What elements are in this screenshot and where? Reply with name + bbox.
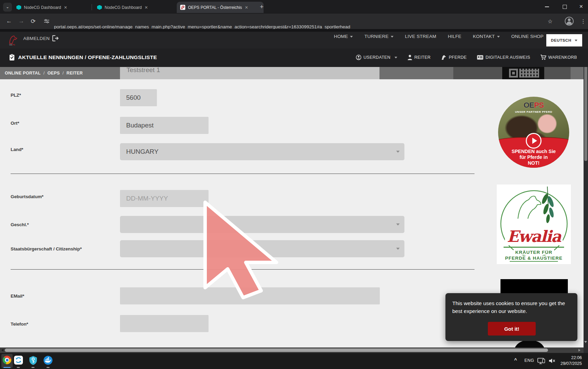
window-close-button[interactable]: ✕ [579,4,583,9]
play-button-icon[interactable] [526,133,542,149]
plz-input[interactable]: 5600 [120,89,157,106]
nav-label: USERDATEN [363,55,390,60]
badge-brand: OEPS [498,101,569,110]
header-top-strip [0,29,588,32]
staatsbuergerschaft-label: Staatsbürgerschaft / Citizenship* [11,246,82,251]
nav-turniere[interactable]: TURNIERE [364,34,393,39]
nav-digitaler-ausweis[interactable]: DIGITALER AUSWEIS [477,55,530,60]
nav-label: DIGITALER AUSWEIS [485,55,530,60]
nav-reiter[interactable]: REITER [407,55,431,60]
breadcrumb-reiter[interactable]: REITER [67,71,83,76]
breadcrumb-oeps[interactable]: OEPS [48,71,60,76]
nodecg-favicon-icon [16,5,21,10]
telefon-input[interactable] [120,315,209,332]
svg-text:OE: OE [9,44,12,46]
land-select[interactable]: HUNGARY [120,143,404,160]
tab-nodecg-1[interactable]: NodeCG Dashboard ✕ [13,2,94,13]
breadcrumb-separator: / [43,71,45,76]
nav-hilfe[interactable]: HILFE [448,34,461,39]
horse-icon [441,55,447,60]
nav-kontakt[interactable]: KONTAKT [473,34,499,39]
tray-clock[interactable]: 22:06 29/07/2025 [540,355,582,367]
telefon-label: Telefon* [11,322,28,327]
forward-icon[interactable]: → [18,18,24,25]
land-value: HUNGARY [126,148,159,155]
taskbar-chrome-button[interactable] [1,354,13,368]
taskbar-docker-app-button[interactable] [43,356,53,366]
nav-label: HOME [334,34,348,39]
badge-text: NOT! [498,160,569,166]
new-tab-button[interactable]: + [260,3,264,11]
tray-expand-chevron[interactable]: ^ [514,357,517,363]
email-input[interactable] [120,287,380,304]
nav-label: HILFE [448,34,461,39]
nav-live-stream[interactable]: LIVE STREAM [405,34,436,39]
tab-title: OEPS PORTAL - Österreichische [188,5,242,10]
window-minimize-button[interactable] [545,6,549,7]
nav-label: KONTAKT [473,34,495,39]
scroll-left-icon[interactable] [1,349,3,352]
nav-userdaten[interactable]: USERDATEN [356,55,397,60]
staatsbuergerschaft-select[interactable] [120,240,404,257]
tab-close-icon[interactable]: ✕ [145,5,148,10]
window-maximize-button[interactable] [563,5,567,9]
oeps-donation-banner[interactable]: OEPS UNSER PARTNER PFERD SPENDEN auch Si… [498,97,569,168]
scroll-right-icon[interactable] [578,349,580,352]
plz-label: PLZ* [11,93,21,98]
main-navigation: HOME TURNIERE LIVE STREAM HILFE KONTAKT … [334,34,544,39]
tab-oeps-active[interactable]: OEPS PORTAL - Österreichische ✕ [177,2,264,13]
profile-avatar[interactable] [565,17,574,26]
horizontal-scrollbar-thumb[interactable] [5,348,548,352]
tab-title: NodeCG Dashboard [105,5,142,10]
chevron-down-icon [497,36,500,38]
nav-online-shop[interactable]: ONLINE SHOP [511,34,544,39]
back-icon[interactable]: ← [6,18,12,25]
geburtsdatum-input[interactable]: DD-MM-YYYY [120,190,209,207]
tab-search-button[interactable]: ⌄ [3,3,12,12]
reload-icon[interactable]: ⟳ [31,18,36,25]
breadcrumb: ONLINE PORTAL / OEPS / REITER [5,71,83,76]
ewalia-ad-banner[interactable]: Ewalia KRÄUTER FÜR PFERDE & HAUSTIERE [497,184,571,264]
nav-pferde[interactable]: PFERDE [441,55,467,60]
taskbar-sync-app-button[interactable] [14,356,23,365]
geschlecht-select[interactable] [120,216,404,233]
user-circle-icon [356,55,361,60]
language-select-button[interactable]: DEUTSCH [546,34,582,46]
browser-menu-icon[interactable]: ⋮ [580,18,586,25]
taskbar: ^ ENG 22:06 29/07/2025 [0,353,588,369]
person-icon [407,55,412,60]
language-label: DEUTSCH [551,38,572,42]
tab-close-icon[interactable]: ✕ [245,5,248,10]
nav-warenkorb[interactable]: WARENKORB [540,55,577,60]
cookie-accept-button[interactable]: Got it! [488,322,536,336]
ewalia-divider [504,247,564,248]
section-divider [11,269,475,270]
current-entries-link[interactable]: AKTUELLE NENNUNGEN / OFFENE-ZAHLUNGSLIST… [9,54,157,61]
chevron-down-icon [396,248,400,250]
tray-date: 29/07/2025 [540,361,582,367]
taskbar-security-app-button[interactable] [29,356,38,367]
avatar-body [566,22,572,25]
clipboard-check-icon [9,54,15,61]
tray-time: 22:06 [540,355,582,361]
tab-close-icon[interactable]: ✕ [64,5,67,10]
chevron-down-icon [350,36,353,38]
qr-code-box [502,67,544,79]
logout-icon [52,35,59,41]
avatar-head [568,18,571,21]
tray-language[interactable]: ENG [524,358,534,363]
breadcrumb-online-portal[interactable]: ONLINE PORTAL [5,71,41,76]
breadcrumb-separator: / [63,71,64,76]
horizontal-scrollbar[interactable] [0,347,584,353]
nav-label: PFERDE [449,55,467,60]
logout-button[interactable]: ABMELDEN [23,35,59,41]
ort-input[interactable]: Budapest [120,117,209,134]
url-field[interactable]: portal.oeps.at/oeps/set-online/manage_na… [54,24,350,29]
site-info-icon[interactable] [44,18,50,26]
oeps-logo[interactable]: OE PS [7,34,19,46]
scroll-down-icon[interactable] [584,341,587,343]
bookmark-star-icon[interactable]: ☆ [548,18,552,25]
tab-nodecg-2[interactable]: NodeCG Dashboard ✕ [94,2,175,13]
nav-home[interactable]: HOME [334,34,353,39]
oeps-favicon-icon [180,5,185,10]
